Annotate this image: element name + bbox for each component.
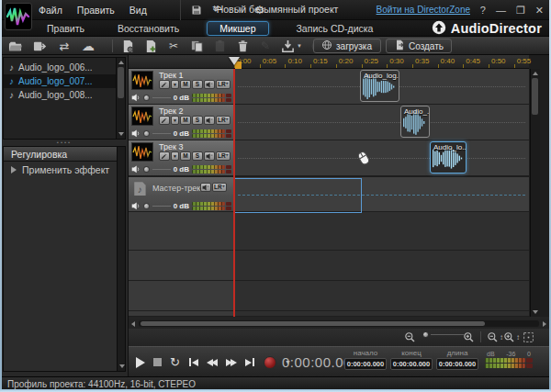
cloud-icon[interactable]: ☁ xyxy=(81,38,96,54)
scroll-down-icon[interactable] xyxy=(118,132,124,136)
menu-item[interactable]: Файл xyxy=(39,5,62,16)
skip-end-button[interactable] xyxy=(245,358,255,366)
audio-clip[interactable]: Audio_... xyxy=(400,106,430,138)
tab-item[interactable]: Править xyxy=(41,22,90,35)
apply-effect-item[interactable]: Применить эффект xyxy=(4,162,125,178)
add-file-icon[interactable] xyxy=(143,38,158,54)
copy-icon[interactable] xyxy=(189,38,204,54)
file-list-scrollbar[interactable] xyxy=(116,58,125,139)
track-lane[interactable]: Audio_... xyxy=(234,105,529,140)
arm-dropdown-caret[interactable]: ▼ xyxy=(171,151,179,161)
speaker-button[interactable] xyxy=(204,151,215,161)
arm-dropdown-caret[interactable]: ▼ xyxy=(171,116,179,125)
play-button[interactable] xyxy=(136,357,145,368)
record-arm-button[interactable] xyxy=(159,151,170,161)
zoom-vertical-in-button[interactable]: ↕ xyxy=(503,331,520,343)
solo-button[interactable]: S xyxy=(192,80,203,89)
speaker-icon[interactable] xyxy=(131,125,141,141)
volume-knob[interactable] xyxy=(143,166,150,173)
fit-timeline-button[interactable] xyxy=(523,331,534,343)
scroll-right-icon[interactable] xyxy=(543,321,546,327)
field-value[interactable]: 0:00:00.000 xyxy=(390,358,433,370)
open-media-icon[interactable] xyxy=(7,38,23,54)
volume-knob[interactable] xyxy=(143,130,150,137)
lr-channel-button[interactable]: LR⁺ xyxy=(216,116,231,125)
zoom-slider[interactable] xyxy=(422,331,464,338)
create-button[interactable]: Создать xyxy=(386,39,452,53)
panel-splitter[interactable]: •••• xyxy=(3,140,126,145)
track-lane[interactable]: Audio_lo... xyxy=(234,140,529,175)
zoom-vertical-out-button[interactable]: ↕ xyxy=(487,331,503,343)
knob-track xyxy=(152,169,171,170)
directorzone-signin-link[interactable]: Войти на DirectorZone xyxy=(377,5,470,15)
speaker-button[interactable] xyxy=(204,116,215,125)
scrollbar-thumb[interactable] xyxy=(532,78,538,115)
scroll-down-icon[interactable] xyxy=(533,310,538,314)
record-arm-button[interactable] xyxy=(159,116,170,125)
upload-button[interactable]: загрузка xyxy=(313,39,381,53)
time-ruler[interactable]: 0:000:050:100:150:200:250:300:350:400:45… xyxy=(129,55,529,69)
speaker-icon[interactable] xyxy=(131,89,141,106)
transfer-media-icon[interactable]: ⇄ xyxy=(57,38,72,54)
fast-forward-button[interactable] xyxy=(226,359,237,366)
field-value[interactable]: 0:00:00.000 xyxy=(344,358,387,370)
solo-button[interactable]: S xyxy=(192,151,203,161)
zoom-in-button[interactable] xyxy=(463,331,475,343)
close-button[interactable]: ✕ xyxy=(535,6,544,16)
speaker-icon[interactable] xyxy=(131,161,141,177)
lr-channel-button[interactable]: LR⁺ xyxy=(212,183,227,192)
speaker-button[interactable] xyxy=(204,80,215,89)
library-file-item[interactable]: ♪Audio_logo_006... xyxy=(4,61,125,74)
scroll-up-icon[interactable] xyxy=(533,72,538,75)
tab-item[interactable]: Запись CD-диска xyxy=(291,22,379,35)
rewind-button[interactable] xyxy=(207,359,218,366)
audio-clip[interactable]: Audio_lo... xyxy=(430,141,467,174)
import-icon[interactable]: ▼ xyxy=(281,38,302,54)
mute-button[interactable]: M xyxy=(180,80,191,89)
playhead-marker[interactable] xyxy=(229,57,240,65)
help-button[interactable]: ? xyxy=(480,6,486,16)
ruler-tick-mark xyxy=(336,64,337,68)
maximize-button[interactable]: ❐ xyxy=(516,6,525,16)
pen-icon[interactable]: ✎ xyxy=(258,38,273,54)
cut-icon[interactable]: ✂ xyxy=(166,38,181,54)
scroll-up-icon[interactable] xyxy=(118,61,124,64)
paste-icon[interactable] xyxy=(212,38,227,54)
audio-clip[interactable]: Audio_log... xyxy=(360,70,399,102)
delete-icon[interactable] xyxy=(235,38,250,54)
volume-knob[interactable] xyxy=(143,95,150,101)
skip-start-button[interactable] xyxy=(188,358,198,366)
export-media-icon[interactable] xyxy=(32,38,48,54)
speaker-button[interactable] xyxy=(200,183,211,192)
library-file-item[interactable]: ♪Audio_logo_008... xyxy=(4,88,125,102)
scrollbar-thumb[interactable] xyxy=(118,67,124,98)
scrollbar-thumb[interactable] xyxy=(141,321,485,326)
lr-channel-button[interactable]: LR⁺ xyxy=(216,80,231,89)
scroll-left-icon[interactable] xyxy=(131,321,135,327)
adjust-scrollbar[interactable] xyxy=(117,147,125,371)
volume-knob[interactable] xyxy=(143,203,150,209)
lr-channel-button[interactable]: LR⁺ xyxy=(216,151,231,161)
record-arm-button[interactable] xyxy=(159,80,170,89)
track-lane[interactable]: Audio_log... xyxy=(234,69,529,104)
minimize-button[interactable]: — xyxy=(496,6,506,16)
mute-button[interactable]: M xyxy=(180,116,191,125)
scroll-down-icon[interactable] xyxy=(119,364,125,368)
arm-dropdown-caret[interactable]: ▼ xyxy=(171,80,179,89)
menu-item[interactable]: Править xyxy=(77,5,115,16)
stop-button[interactable] xyxy=(153,358,162,366)
timeline-horizontal-scrollbar[interactable] xyxy=(129,319,551,329)
field-value[interactable]: 0:00:00.000 xyxy=(436,358,478,370)
library-file-item[interactable]: ♪Audio_logo_007... xyxy=(4,74,125,88)
mute-button[interactable]: M xyxy=(180,151,191,161)
solo-button[interactable]: S xyxy=(192,116,203,125)
tab-item[interactable]: Восстановить xyxy=(112,22,185,35)
file-settings-icon[interactable] xyxy=(120,38,135,54)
master-selection-region[interactable] xyxy=(233,178,362,213)
tab-active[interactable]: Микшер xyxy=(207,21,268,36)
zoom-out-button[interactable] xyxy=(404,331,416,343)
record-button[interactable] xyxy=(264,356,276,369)
timeline-vertical-scrollbar[interactable] xyxy=(530,69,540,317)
loop-button[interactable]: ↻ xyxy=(170,356,180,368)
empty-track-area[interactable] xyxy=(129,212,529,316)
